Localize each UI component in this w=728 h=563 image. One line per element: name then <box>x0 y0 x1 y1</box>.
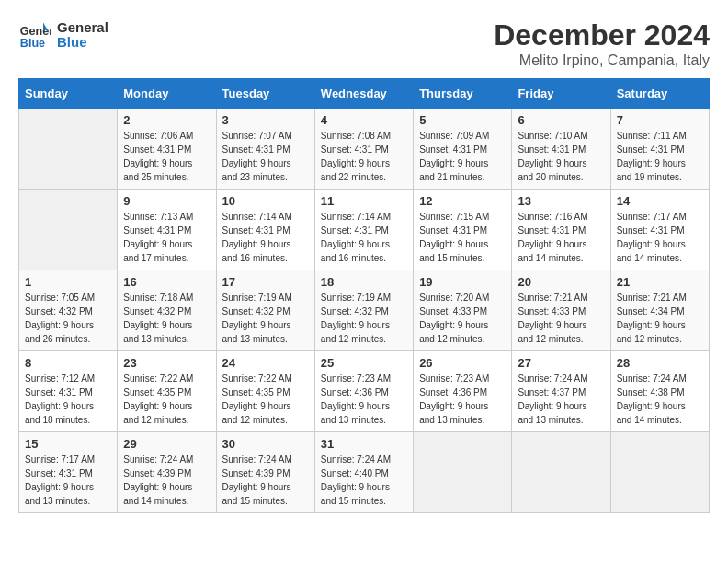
day-info: Sunrise: 7:11 AMSunset: 4:31 PMDaylight:… <box>617 129 703 184</box>
day-info: Sunrise: 7:24 AMSunset: 4:38 PMDaylight:… <box>617 372 703 427</box>
day-number: 8 <box>25 356 111 370</box>
table-row: 30Sunrise: 7:24 AMSunset: 4:39 PMDayligh… <box>216 432 314 513</box>
day-number: 9 <box>123 194 210 208</box>
day-info: Sunrise: 7:22 AMSunset: 4:35 PMDaylight:… <box>123 372 210 427</box>
col-tuesday: Tuesday <box>216 79 314 109</box>
table-row <box>610 432 709 513</box>
day-number: 4 <box>321 113 407 127</box>
table-row: 24Sunrise: 7:22 AMSunset: 4:35 PMDayligh… <box>216 351 314 432</box>
calendar-row: 15Sunrise: 7:17 AMSunset: 4:31 PMDayligh… <box>19 432 710 513</box>
day-number: 28 <box>617 356 703 370</box>
day-info: Sunrise: 7:19 AMSunset: 4:32 PMDaylight:… <box>222 291 309 346</box>
table-row: 3Sunrise: 7:07 AMSunset: 4:31 PMDaylight… <box>216 109 314 190</box>
day-info: Sunrise: 7:07 AMSunset: 4:31 PMDaylight:… <box>222 129 309 184</box>
day-number: 14 <box>617 194 703 208</box>
calendar-header-row: Sunday Monday Tuesday Wednesday Thursday… <box>19 79 710 109</box>
table-row: 23Sunrise: 7:22 AMSunset: 4:35 PMDayligh… <box>118 351 216 432</box>
day-number: 5 <box>419 113 506 127</box>
day-info: Sunrise: 7:24 AMSunset: 4:37 PMDaylight:… <box>518 372 604 427</box>
day-number: 30 <box>222 437 309 451</box>
table-row: 10Sunrise: 7:14 AMSunset: 4:31 PMDayligh… <box>216 190 314 270</box>
header: General Blue General Blue December 2024 … <box>18 18 710 69</box>
day-number: 27 <box>518 356 604 370</box>
table-row: 26Sunrise: 7:23 AMSunset: 4:36 PMDayligh… <box>414 351 512 432</box>
page-subtitle: Melito Irpino, Campania, Italy <box>494 52 710 69</box>
day-info: Sunrise: 7:22 AMSunset: 4:35 PMDaylight:… <box>222 372 309 427</box>
calendar-row: 8Sunrise: 7:12 AMSunset: 4:31 PMDaylight… <box>19 351 710 432</box>
day-info: Sunrise: 7:14 AMSunset: 4:31 PMDaylight:… <box>321 210 407 265</box>
day-number: 26 <box>419 356 506 370</box>
table-row: 13Sunrise: 7:16 AMSunset: 4:31 PMDayligh… <box>512 190 610 270</box>
calendar-row: 1Sunrise: 7:05 AMSunset: 4:32 PMDaylight… <box>19 270 710 351</box>
table-row: 1Sunrise: 7:05 AMSunset: 4:32 PMDaylight… <box>19 270 118 351</box>
table-row: 19Sunrise: 7:20 AMSunset: 4:33 PMDayligh… <box>414 270 512 351</box>
day-info: Sunrise: 7:18 AMSunset: 4:32 PMDaylight:… <box>123 291 210 346</box>
day-number: 17 <box>222 275 309 289</box>
table-row <box>512 432 610 513</box>
calendar-table: Sunday Monday Tuesday Wednesday Thursday… <box>18 78 710 513</box>
col-friday: Friday <box>512 79 610 109</box>
day-number: 23 <box>123 356 210 370</box>
table-row <box>414 432 512 513</box>
table-row: 11Sunrise: 7:14 AMSunset: 4:31 PMDayligh… <box>314 190 413 270</box>
table-row: 9Sunrise: 7:13 AMSunset: 4:31 PMDaylight… <box>118 190 216 270</box>
logo: General Blue General Blue <box>18 18 108 52</box>
col-saturday: Saturday <box>610 79 709 109</box>
day-info: Sunrise: 7:17 AMSunset: 4:31 PMDaylight:… <box>25 453 111 508</box>
calendar-row: 9Sunrise: 7:13 AMSunset: 4:31 PMDaylight… <box>19 190 710 270</box>
day-info: Sunrise: 7:23 AMSunset: 4:36 PMDaylight:… <box>321 372 407 427</box>
day-info: Sunrise: 7:17 AMSunset: 4:31 PMDaylight:… <box>617 210 703 265</box>
table-row: 20Sunrise: 7:21 AMSunset: 4:33 PMDayligh… <box>512 270 610 351</box>
day-number: 12 <box>419 194 506 208</box>
table-row: 25Sunrise: 7:23 AMSunset: 4:36 PMDayligh… <box>314 351 413 432</box>
table-row: 31Sunrise: 7:24 AMSunset: 4:40 PMDayligh… <box>314 432 413 513</box>
day-number: 7 <box>617 113 703 127</box>
table-row: 29Sunrise: 7:24 AMSunset: 4:39 PMDayligh… <box>118 432 216 513</box>
table-row: 12Sunrise: 7:15 AMSunset: 4:31 PMDayligh… <box>414 190 512 270</box>
svg-text:Blue: Blue <box>20 37 45 50</box>
day-info: Sunrise: 7:23 AMSunset: 4:36 PMDaylight:… <box>419 372 506 427</box>
table-row: 27Sunrise: 7:24 AMSunset: 4:37 PMDayligh… <box>512 351 610 432</box>
table-row: 14Sunrise: 7:17 AMSunset: 4:31 PMDayligh… <box>610 190 709 270</box>
table-row: 15Sunrise: 7:17 AMSunset: 4:31 PMDayligh… <box>19 432 118 513</box>
day-number: 25 <box>321 356 407 370</box>
day-number: 20 <box>518 275 604 289</box>
table-row: 21Sunrise: 7:21 AMSunset: 4:34 PMDayligh… <box>610 270 709 351</box>
day-number: 24 <box>222 356 309 370</box>
table-row: 6Sunrise: 7:10 AMSunset: 4:31 PMDaylight… <box>512 109 610 190</box>
day-number: 6 <box>518 113 604 127</box>
day-number: 18 <box>321 275 407 289</box>
logo-blue: Blue <box>57 35 108 51</box>
day-number: 16 <box>123 275 210 289</box>
day-info: Sunrise: 7:06 AMSunset: 4:31 PMDaylight:… <box>123 129 210 184</box>
day-number: 1 <box>25 275 111 289</box>
day-number: 13 <box>518 194 604 208</box>
day-info: Sunrise: 7:15 AMSunset: 4:31 PMDaylight:… <box>419 210 506 265</box>
day-number: 19 <box>419 275 506 289</box>
table-row: 2Sunrise: 7:06 AMSunset: 4:31 PMDaylight… <box>118 109 216 190</box>
day-info: Sunrise: 7:08 AMSunset: 4:31 PMDaylight:… <box>321 129 407 184</box>
table-row: 16Sunrise: 7:18 AMSunset: 4:32 PMDayligh… <box>118 270 216 351</box>
table-row <box>19 190 118 270</box>
day-number: 2 <box>123 113 210 127</box>
table-row: 4Sunrise: 7:08 AMSunset: 4:31 PMDaylight… <box>314 109 413 190</box>
day-number: 21 <box>617 275 703 289</box>
day-info: Sunrise: 7:24 AMSunset: 4:39 PMDaylight:… <box>123 453 210 508</box>
col-thursday: Thursday <box>414 79 512 109</box>
table-row: 7Sunrise: 7:11 AMSunset: 4:31 PMDaylight… <box>610 109 709 190</box>
day-number: 31 <box>321 437 407 451</box>
day-info: Sunrise: 7:14 AMSunset: 4:31 PMDaylight:… <box>222 210 309 265</box>
day-info: Sunrise: 7:12 AMSunset: 4:31 PMDaylight:… <box>25 372 111 427</box>
day-info: Sunrise: 7:19 AMSunset: 4:32 PMDaylight:… <box>321 291 407 346</box>
day-number: 10 <box>222 194 309 208</box>
day-number: 11 <box>321 194 407 208</box>
col-wednesday: Wednesday <box>314 79 413 109</box>
day-info: Sunrise: 7:20 AMSunset: 4:33 PMDaylight:… <box>419 291 506 346</box>
day-number: 29 <box>123 437 210 451</box>
table-row: 5Sunrise: 7:09 AMSunset: 4:31 PMDaylight… <box>414 109 512 190</box>
day-number: 3 <box>222 113 309 127</box>
day-info: Sunrise: 7:05 AMSunset: 4:32 PMDaylight:… <box>25 291 111 346</box>
table-row <box>19 109 118 190</box>
day-info: Sunrise: 7:21 AMSunset: 4:33 PMDaylight:… <box>518 291 604 346</box>
logo-general: General <box>57 20 108 36</box>
